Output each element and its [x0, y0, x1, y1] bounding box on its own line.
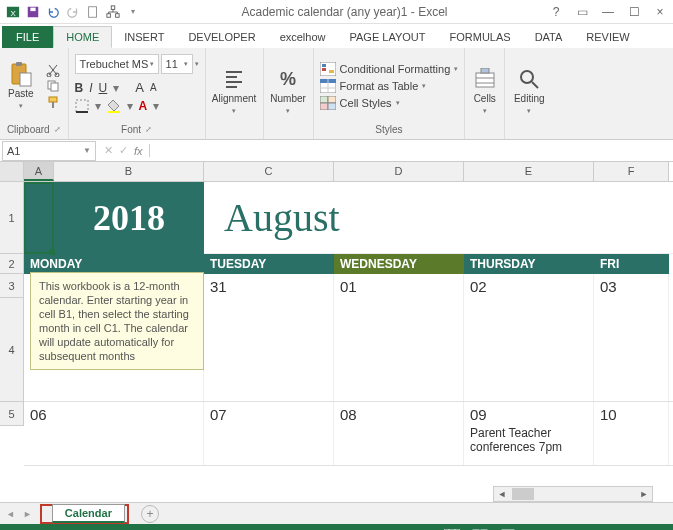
col-header-c[interactable]: C [204, 162, 334, 181]
name-box[interactable]: A1 ▼ [2, 141, 96, 161]
font-color-button[interactable]: A [139, 99, 148, 113]
tab-data[interactable]: DATA [523, 26, 575, 48]
hierarchy-icon[interactable] [104, 3, 122, 21]
date-row-5: 06 07 08 09 10 [24, 402, 673, 426]
cell-d4[interactable] [334, 298, 464, 401]
col-header-f[interactable]: F [594, 162, 669, 181]
cell-e5[interactable]: 09 [464, 402, 594, 426]
formula-input[interactable] [150, 141, 673, 161]
scroll-thumb[interactable] [512, 488, 534, 500]
cell-c4[interactable] [204, 298, 334, 401]
row-header-3[interactable]: 3 [0, 274, 24, 298]
horizontal-scrollbar[interactable]: ◄ ► [493, 486, 653, 502]
tab-excelhow[interactable]: excelhow [268, 26, 338, 48]
number-button[interactable]: % Number▾ [268, 65, 308, 118]
underline-button[interactable]: U [99, 81, 108, 95]
clipboard-launcher-icon[interactable]: ⤢ [54, 125, 61, 134]
cut-icon[interactable] [44, 63, 62, 77]
tab-formulas[interactable]: FORMULAS [438, 26, 523, 48]
row-header-5[interactable]: 5 [0, 402, 24, 426]
close-icon[interactable]: × [651, 5, 669, 19]
cell-c6[interactable] [204, 426, 334, 465]
format-painter-icon[interactable] [44, 95, 62, 109]
file-tab[interactable]: FILE [2, 26, 53, 48]
group-font: Trebuchet MS▾ 11▾ ▾ B I U ▾ A A ▾ ▾ A ▾ [69, 48, 206, 139]
sheet-nav-prev-icon[interactable]: ◄ [6, 509, 15, 519]
qat-customize-icon[interactable]: ▾ [124, 3, 142, 21]
cell-e6[interactable]: Parent Teacher conferences 7pm [464, 426, 594, 465]
cell-e3[interactable]: 02 [464, 274, 594, 298]
select-all-button[interactable] [0, 162, 24, 181]
fx-icon[interactable]: fx [134, 145, 143, 157]
save-icon[interactable] [24, 3, 42, 21]
number-label: Number [270, 93, 306, 104]
month-cell[interactable]: August [204, 194, 673, 241]
scroll-right-icon[interactable]: ► [636, 489, 652, 499]
grow-font-button[interactable]: A [135, 80, 144, 95]
row-header-2[interactable]: 2 [0, 254, 24, 274]
svg-rect-5 [111, 5, 115, 9]
col-header-d[interactable]: D [334, 162, 464, 181]
conditional-formatting-button[interactable]: Conditional Formatting ▾ [320, 62, 459, 76]
row-header-4[interactable]: 4 [0, 298, 24, 402]
italic-button[interactable]: I [89, 81, 92, 95]
fill-color-button[interactable] [107, 99, 121, 113]
cell-c3[interactable]: 31 [204, 274, 334, 298]
add-sheet-button[interactable]: + [141, 505, 159, 523]
cells-button[interactable]: Cells▾ [471, 65, 499, 118]
group-editing: Editing▾ [505, 48, 553, 139]
fill-dropdown[interactable]: ▾ [127, 99, 133, 113]
sheet-tab-calendar[interactable]: Calendar [52, 504, 125, 523]
tab-page-layout[interactable]: PAGE LAYOUT [337, 26, 437, 48]
cancel-formula-icon[interactable]: ✕ [104, 144, 113, 157]
cell-f6[interactable] [594, 426, 669, 465]
col-header-b[interactable]: B [54, 162, 204, 181]
new-icon[interactable] [84, 3, 102, 21]
minimize-icon[interactable]: — [599, 5, 617, 19]
ribbon-options-icon[interactable]: ▭ [573, 5, 591, 19]
maximize-icon[interactable]: ☐ [625, 5, 643, 19]
cell-e4[interactable] [464, 298, 594, 401]
font-launcher-icon[interactable]: ⤢ [145, 125, 152, 134]
shrink-font-button[interactable]: A [150, 82, 157, 93]
row-header-1[interactable]: 1 [0, 182, 24, 254]
tab-developer[interactable]: DEVELOPER [176, 26, 267, 48]
formula-bar: A1 ▼ ✕ ✓ fx [0, 140, 673, 162]
cell-f5[interactable]: 10 [594, 402, 669, 426]
format-as-table-button[interactable]: Format as Table ▾ [320, 79, 459, 93]
cell-f4[interactable] [594, 298, 669, 401]
cell-d6[interactable] [334, 426, 464, 465]
sheet-nav-next-icon[interactable]: ► [23, 509, 32, 519]
font-name-select[interactable]: Trebuchet MS▾ [75, 54, 159, 74]
excel-icon[interactable]: X [4, 3, 22, 21]
cell-b6[interactable] [24, 426, 204, 465]
tab-home[interactable]: HOME [53, 26, 112, 48]
cell-f3[interactable]: 03 [594, 274, 669, 298]
cell-d5[interactable]: 08 [334, 402, 464, 426]
paste-button[interactable]: Paste▾ [6, 60, 36, 113]
cell-b5[interactable]: 06 [24, 402, 204, 426]
scroll-left-icon[interactable]: ◄ [494, 489, 510, 499]
cell-styles-button[interactable]: Cell Styles ▾ [320, 96, 459, 110]
alignment-button[interactable]: Alignment▾ [210, 65, 258, 118]
year-cell[interactable]: 2018 [54, 182, 204, 254]
cell-c5[interactable]: 07 [204, 402, 334, 426]
border-button[interactable] [75, 99, 89, 113]
tab-review[interactable]: REVIEW [574, 26, 641, 48]
border-dropdown[interactable]: ▾ [95, 99, 101, 113]
undo-icon[interactable] [44, 3, 62, 21]
font-size-select[interactable]: 11▾ [161, 54, 193, 74]
cell-d3[interactable]: 01 [334, 274, 464, 298]
bold-button[interactable]: B [75, 81, 84, 95]
help-icon[interactable]: ? [547, 5, 565, 19]
underline-dropdown[interactable]: ▾ [113, 81, 119, 95]
enter-formula-icon[interactable]: ✓ [119, 144, 128, 157]
copy-icon[interactable] [44, 79, 62, 93]
tab-insert[interactable]: INSERT [112, 26, 176, 48]
name-box-dropdown-icon[interactable]: ▼ [83, 146, 91, 155]
redo-icon[interactable] [64, 3, 82, 21]
col-header-a[interactable]: A [24, 162, 54, 181]
font-color-dropdown[interactable]: ▾ [153, 99, 159, 113]
editing-button[interactable]: Editing▾ [512, 65, 547, 118]
col-header-e[interactable]: E [464, 162, 594, 181]
